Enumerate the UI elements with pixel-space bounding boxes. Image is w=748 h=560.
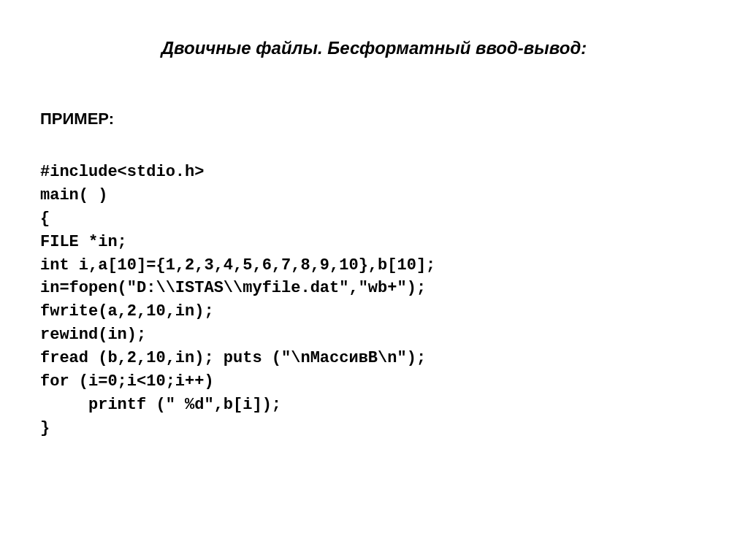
content-block: ПРИМЕР: #include<stdio.h> main( ) { FILE… — [0, 110, 748, 440]
example-label: ПРИМЕР: — [40, 110, 748, 129]
page-title: Двоичные файлы. Бесформатный ввод-вывод: — [0, 38, 748, 58]
slide-page: Двоичные файлы. Бесформатный ввод-вывод:… — [0, 0, 748, 560]
code-listing: #include<stdio.h> main( ) { FILE *in; in… — [40, 161, 748, 440]
